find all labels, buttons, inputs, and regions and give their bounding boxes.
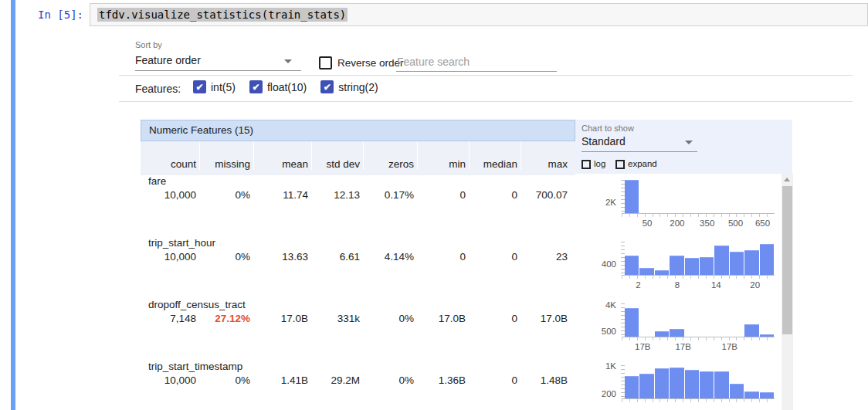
- y-axis-label: 2K: [595, 198, 616, 207]
- histogram: 2K50200350500650: [595, 175, 780, 237]
- y-axis-label: 200: [595, 389, 616, 398]
- stat-value: 17.0B: [520, 313, 571, 324]
- x-axis-ticks: [622, 276, 775, 279]
- stat-value: 10,000: [141, 189, 199, 201]
- stat-value: 1.48B: [520, 374, 571, 386]
- stat-value: 0: [469, 374, 520, 386]
- x-tick-label: 200: [670, 219, 684, 228]
- histogram: 1K200: [595, 361, 780, 410]
- histogram-bar: [730, 384, 744, 398]
- feature-name: trip_start_hour: [148, 237, 215, 249]
- stat-value: 23: [520, 251, 571, 263]
- x-axis-ticks: [622, 214, 775, 217]
- y-axis-label: 4K: [595, 300, 616, 310]
- histogram-bar: [714, 246, 728, 275]
- stat-value: 0%: [199, 251, 253, 263]
- x-tick-label: 50: [643, 219, 653, 228]
- stat-value: 0: [469, 313, 520, 324]
- histogram: 400281420: [595, 237, 780, 299]
- x-tick-label: 17B: [675, 342, 690, 351]
- histogram-bar: [625, 180, 639, 213]
- stat-value: 10,000: [141, 251, 199, 263]
- stat-value: 0: [469, 189, 520, 201]
- histogram-bar: [714, 371, 728, 398]
- scroll-up-button[interactable]: [784, 178, 790, 181]
- stat-value: 0%: [363, 374, 417, 386]
- x-tick-label: 17B: [635, 342, 650, 351]
- histogram-bar: [685, 258, 699, 275]
- stat-value: 11.74: [253, 189, 311, 201]
- x-axis-ticks: [622, 337, 775, 341]
- stat-value: 0.17%: [363, 189, 417, 201]
- stat-value: 17.0B: [417, 313, 469, 324]
- stat-value: 700.07: [520, 189, 571, 201]
- feature-row: fare10,0000%11.7412.130.17%00700.072K502…: [141, 175, 792, 237]
- histogram-bar: [670, 329, 683, 337]
- scrollbar-thumb[interactable]: [782, 186, 792, 334]
- x-tick-label: 8: [675, 280, 680, 290]
- y-axis-label: 500: [595, 327, 616, 336]
- x-tick-label: 17B: [722, 342, 737, 351]
- stat-value: 4.14%: [363, 251, 417, 263]
- stat-value: 0: [469, 251, 520, 263]
- stat-value: 10,000: [141, 374, 199, 386]
- stat-value: 12.13: [311, 189, 363, 201]
- histogram-bar: [670, 256, 683, 275]
- stat-value: 0%: [199, 189, 253, 201]
- feature-row: trip_start_hour10,0000%13.636.614.14%002…: [141, 237, 792, 299]
- histogram-bar: [700, 257, 714, 275]
- stat-value: 331k: [311, 313, 363, 324]
- stat-values: 7,14827.12%17.0B331k0%17.0B017.0B: [141, 313, 575, 324]
- histogram-bar: [625, 376, 639, 398]
- x-tick-label: 2: [636, 280, 640, 290]
- histogram-bar: [625, 308, 639, 337]
- stat-value: 29.2M: [311, 374, 363, 386]
- stat-value: 0: [417, 251, 469, 263]
- histogram-bar: [655, 331, 669, 337]
- stat-value: 17.0B: [253, 313, 311, 324]
- stat-value: 6.61: [311, 251, 363, 263]
- y-axis-label: 400: [595, 259, 616, 269]
- histogram-bar: [670, 368, 683, 398]
- stat-value: 0: [417, 189, 469, 201]
- histogram-bar: [625, 256, 639, 275]
- stat-value: 1.41B: [253, 374, 311, 386]
- histogram: 4K50017B17B17B: [595, 299, 780, 361]
- notebook-page: In [5]: tfdv.visualize_statistics(train_…: [0, 0, 868, 410]
- histogram-bar: [744, 324, 758, 337]
- x-tick-label: 500: [728, 219, 743, 228]
- feature-name: dropoff_census_tract: [148, 299, 246, 310]
- feature-rows: fare10,0000%11.7412.130.17%00700.072K502…: [0, 0, 868, 410]
- x-tick-label: 350: [700, 219, 714, 228]
- stat-value: 0%: [199, 374, 253, 386]
- x-axis-ticks: [622, 399, 775, 402]
- histogram-bar: [760, 244, 774, 275]
- histogram-bar: [744, 391, 758, 398]
- stat-values: 10,0000%1.41B29.2M0%1.36B01.48B: [141, 374, 575, 386]
- histogram-bar: [655, 368, 669, 398]
- histogram-bar: [760, 392, 774, 398]
- x-tick-label: 650: [755, 219, 770, 228]
- feature-row: trip_start_timestamp10,0000%1.41B29.2M0%…: [141, 361, 792, 410]
- stat-value: 13.63: [253, 251, 311, 263]
- histogram-bar: [639, 268, 653, 275]
- y-axis-label: 1K: [595, 361, 616, 371]
- stat-value: 1.36B: [417, 374, 469, 386]
- stat-value: 0%: [363, 313, 417, 324]
- x-tick-label: 20: [750, 280, 760, 290]
- histogram-bar: [730, 252, 744, 275]
- histogram-bar: [700, 371, 714, 398]
- feature-name: fare: [148, 175, 166, 187]
- feature-row: dropoff_census_tract7,14827.12%17.0B331k…: [141, 299, 792, 361]
- x-tick-label: 14: [711, 280, 721, 290]
- stat-value: 27.12%: [199, 313, 253, 324]
- feature-name: trip_start_timestamp: [148, 361, 242, 372]
- stat-values: 10,0000%13.636.614.14%0023: [141, 251, 575, 263]
- histogram-bar: [639, 374, 653, 398]
- histogram-bar: [744, 250, 758, 275]
- stat-values: 10,0000%11.7412.130.17%00700.07: [141, 189, 575, 201]
- stat-value: 7,148: [141, 313, 199, 324]
- histogram-bar: [685, 370, 699, 398]
